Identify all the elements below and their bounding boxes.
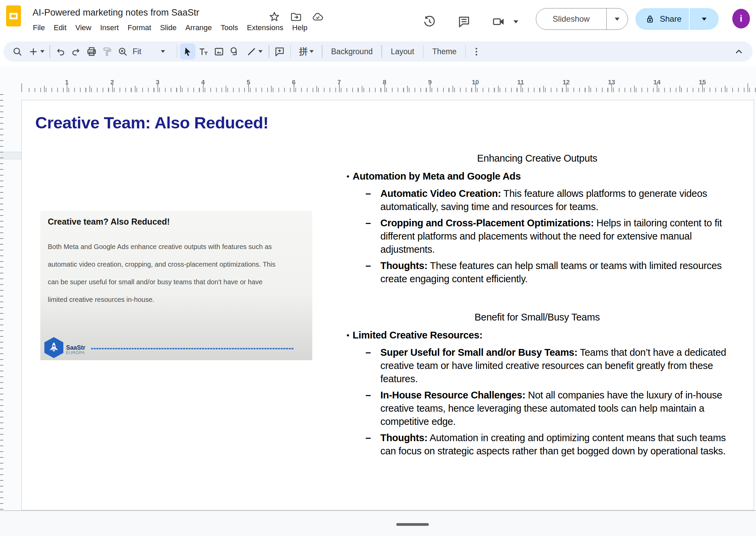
sub-bullet-bold-label: Thoughts: xyxy=(380,260,427,271)
background-button[interactable]: Background xyxy=(325,43,379,60)
ruler-tick xyxy=(634,86,635,92)
image-icon[interactable] xyxy=(211,43,227,60)
sub-bullet-item: –Cropping and Cross-Placement Optimizati… xyxy=(339,217,735,256)
line-dropdown-caret[interactable] xyxy=(258,50,262,53)
ruler-tick xyxy=(725,86,726,92)
ruler-tick xyxy=(339,83,340,92)
sub-bullet-bold-label: Automatic Video Creation: xyxy=(380,188,501,199)
notes-drag-handle[interactable] xyxy=(396,523,429,526)
sub-bullet-item: –Super Useful for Small and/or Busy Team… xyxy=(339,346,735,386)
ruler-tick xyxy=(248,83,249,92)
slide-title-textbox[interactable]: Creative Team: Also Reduced! xyxy=(35,113,269,132)
document-title[interactable]: AI-Powered marketing notes from SaaStr xyxy=(33,7,199,18)
shape-icon[interactable] xyxy=(227,43,242,60)
menu-edit[interactable]: Edit xyxy=(49,21,71,35)
sub-bullet-item: –Automatic Video Creation: This feature … xyxy=(339,187,735,213)
ruler-tick xyxy=(158,83,158,92)
slideshow-dropdown-caret[interactable] xyxy=(607,18,628,21)
slideshow-button[interactable]: Slideshow xyxy=(536,8,628,30)
comments-icon[interactable] xyxy=(457,15,471,28)
ruler-tick xyxy=(112,83,113,92)
bullet-marker: • xyxy=(339,329,353,342)
menu-extensions[interactable]: Extensions xyxy=(243,21,288,35)
search-icon[interactable] xyxy=(9,43,25,60)
share-dropdown-caret[interactable] xyxy=(690,18,719,21)
input-tools-caret[interactable] xyxy=(310,50,314,53)
sub-bullet-text: Thoughts: These features can help small … xyxy=(380,259,733,286)
ruler-tick xyxy=(21,83,22,92)
embedded-image-body: Both Meta and Google Ads enhance creativ… xyxy=(48,238,275,308)
version-history-icon[interactable] xyxy=(423,15,436,28)
select-tool-icon[interactable] xyxy=(180,43,195,60)
print-icon[interactable] xyxy=(84,43,100,60)
ruler-tick xyxy=(611,83,612,92)
content-section-1: Enhancing Creative Outputs•Automation by… xyxy=(339,152,735,286)
content-section-2: Benefit for Small/Busy Teams•Limited Cre… xyxy=(339,311,735,458)
paint-format-icon[interactable] xyxy=(100,43,115,60)
textbox-icon[interactable] xyxy=(195,43,211,60)
cloud-saved-icon[interactable] xyxy=(312,11,324,23)
slide-page[interactable]: Creative Team: Also Reduced! Creative te… xyxy=(21,100,754,510)
zoom-fit-select[interactable]: Fit xyxy=(131,43,174,60)
theme-button[interactable]: Theme xyxy=(426,43,463,60)
layout-button[interactable]: Layout xyxy=(385,43,420,60)
menu-view[interactable]: View xyxy=(71,21,96,35)
meet-camera-icon[interactable] xyxy=(492,15,505,28)
camera-dropdown-caret[interactable] xyxy=(513,20,518,23)
undo-icon[interactable] xyxy=(53,43,68,60)
input-tools-icon[interactable]: 拼 xyxy=(293,43,319,60)
sub-bullet-bold-label: Super Useful for Small and/or Busy Teams… xyxy=(380,347,578,358)
ruler-tick xyxy=(89,86,90,92)
redo-icon[interactable] xyxy=(68,43,84,60)
sub-bullet-text: Automatic Video Creation: This feature a… xyxy=(380,187,733,213)
ruler-tick xyxy=(407,86,408,92)
saastr-logo-subtitle: EUROPA xyxy=(66,351,85,355)
account-avatar[interactable]: i xyxy=(732,9,750,28)
saastr-logo-icon xyxy=(44,337,63,358)
ruler-tick xyxy=(566,83,567,92)
toolbar: Fit 拼 Background Layout Theme xyxy=(3,41,753,62)
collapse-toolbar-icon[interactable] xyxy=(731,43,747,60)
google-slides-logo-icon[interactable] xyxy=(6,5,21,26)
ruler-tick xyxy=(589,86,589,92)
ruler-tick xyxy=(748,83,748,92)
menu-file[interactable]: File xyxy=(28,21,49,35)
sub-bullet-item: –Thoughts: Automation in creating and op… xyxy=(339,431,735,458)
ruler-tick xyxy=(384,83,385,92)
decorative-wave-line xyxy=(91,348,294,349)
add-comment-icon[interactable] xyxy=(272,43,288,60)
ruler-tick xyxy=(657,83,657,92)
share-button[interactable]: Share xyxy=(635,8,719,30)
new-slide-caret[interactable] xyxy=(40,50,44,53)
ruler-tick xyxy=(362,86,362,92)
ruler-tick xyxy=(271,86,272,92)
ruler-tick xyxy=(294,83,294,92)
sub-bullet-bold-label: Thoughts: xyxy=(380,432,427,443)
section-heading: Benefit for Small/Busy Teams xyxy=(339,311,735,324)
embedded-image-body-line: limited creative resources in-house. xyxy=(48,291,275,308)
app-header: AI-Powered marketing notes from SaaStr F… xyxy=(0,0,756,38)
slide-body-textbox[interactable]: Enhancing Creative Outputs•Automation by… xyxy=(339,152,735,461)
embedded-image-body-line: can be super useful for small and/or bus… xyxy=(48,273,275,291)
ruler-tick xyxy=(475,83,476,92)
sub-bullet-marker: – xyxy=(365,346,380,386)
menu-slide[interactable]: Slide xyxy=(155,21,181,35)
ruler-tick xyxy=(226,86,226,92)
menu-arrange[interactable]: Arrange xyxy=(181,21,216,35)
embedded-screenshot-image[interactable]: Creative team? Also Reduced! Both Meta a… xyxy=(40,211,312,360)
rocket-icon xyxy=(49,342,59,354)
more-icon[interactable] xyxy=(468,43,484,60)
menu-tools[interactable]: Tools xyxy=(216,21,243,35)
menu-help[interactable]: Help xyxy=(288,21,312,35)
line-icon[interactable] xyxy=(242,43,266,60)
zoom-icon[interactable] xyxy=(115,43,131,60)
menu-insert[interactable]: Insert xyxy=(96,21,123,35)
vertical-ruler xyxy=(0,94,3,510)
sub-bullet-marker: – xyxy=(365,389,380,428)
ruler-tick xyxy=(44,86,45,92)
menu-format[interactable]: Format xyxy=(123,21,156,35)
menu-bar: FileEditViewInsertFormatSlideArrangeTool… xyxy=(28,21,312,35)
bullet-label: Limited Creative Resources: xyxy=(353,329,483,342)
ruler-tick xyxy=(521,83,521,92)
new-slide-button[interactable] xyxy=(25,43,47,60)
